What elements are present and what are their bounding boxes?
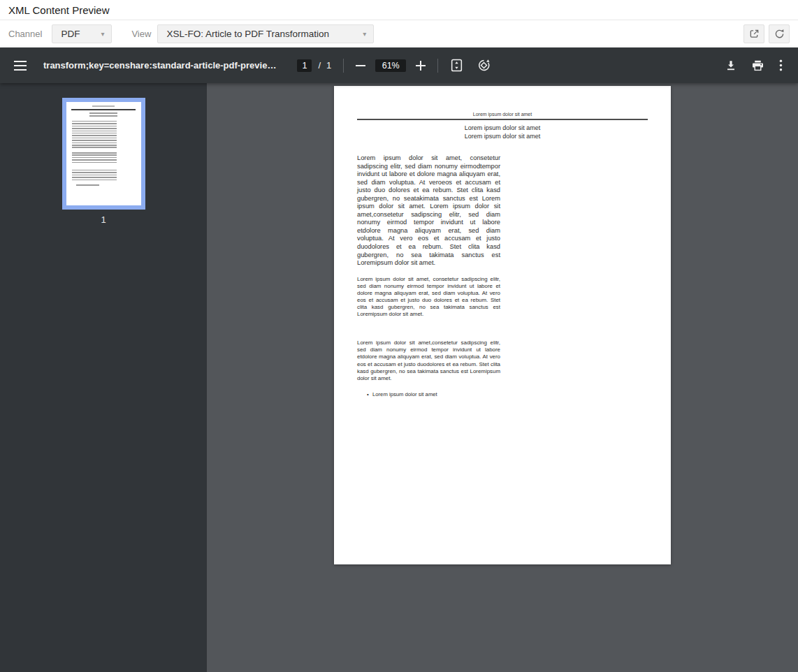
document-subtitle-line: Lorem ipsum dolor sit amet bbox=[334, 132, 671, 140]
refresh-icon bbox=[774, 29, 785, 39]
fit-to-page-icon bbox=[450, 59, 463, 72]
document-header-rule bbox=[357, 119, 648, 120]
document-subtitle-line: Lorem ipsum dolor sit amet bbox=[334, 124, 671, 132]
zoom-in-button[interactable] bbox=[413, 58, 428, 73]
page-thumbnail[interactable] bbox=[62, 98, 145, 210]
open-in-new-button[interactable] bbox=[743, 24, 764, 43]
thumbnail-rule-decoration bbox=[71, 109, 136, 110]
thumbnail-text-decoration bbox=[89, 115, 118, 117]
document-paragraph: Lorem ipsum dolor sit amet,consetetur sa… bbox=[357, 339, 500, 382]
download-button[interactable] bbox=[723, 57, 739, 74]
document-paragraph: Lorem ipsum dolor sit amet, consetetur s… bbox=[357, 154, 500, 268]
thumbnail-page-number: 1 bbox=[101, 214, 106, 225]
document-bullet-list: • Lorem ipsum dolor sit amet bbox=[357, 391, 500, 397]
bullet-text: Lorem ipsum dolor sit amet bbox=[372, 391, 437, 397]
document-text-column: Lorem ipsum dolor sit amet, consetetur s… bbox=[357, 154, 500, 397]
print-button[interactable] bbox=[749, 57, 767, 74]
thumbnail-text-decoration bbox=[72, 170, 117, 182]
document-bullet-item: • Lorem ipsum dolor sit amet bbox=[357, 391, 500, 397]
channel-bar: Channel PDF ▾ View XSL-FO: Article to PD… bbox=[0, 20, 798, 48]
page-title: XML Content Preview bbox=[8, 4, 110, 16]
view-select[interactable]: XSL-FO: Article to PDF Transformation ▾ bbox=[157, 24, 374, 43]
toolbar-separator bbox=[343, 59, 344, 73]
document-paragraph: Lorem ipsum dolor sit amet, consetetur s… bbox=[357, 276, 500, 319]
channel-select[interactable]: PDF ▾ bbox=[52, 24, 112, 43]
thumbnail-sidebar: 1 bbox=[0, 83, 207, 672]
total-pages: 1 bbox=[326, 60, 331, 71]
chevron-down-icon: ▾ bbox=[363, 30, 366, 38]
zoom-in-icon bbox=[416, 61, 426, 71]
zoom-level-input[interactable]: 61% bbox=[375, 59, 406, 72]
view-label: View bbox=[131, 29, 151, 39]
rotate-button[interactable] bbox=[474, 56, 493, 75]
pdf-page: Lorem ipsum dolor sit amet Lorem ipsum d… bbox=[334, 86, 671, 564]
current-page-input[interactable]: 1 bbox=[297, 59, 312, 72]
thumbnail-text-decoration bbox=[92, 105, 115, 107]
more-options-button[interactable] bbox=[776, 57, 785, 74]
toolbar-separator bbox=[437, 59, 438, 73]
zoom-out-icon bbox=[356, 61, 365, 71]
channel-label: Channel bbox=[8, 29, 42, 39]
page-controls: 1 / 1 61% bbox=[297, 56, 493, 75]
view-select-value: XSL-FO: Article to PDF Transformation bbox=[166, 29, 329, 39]
thumbnail-text-decoration bbox=[72, 152, 117, 164]
thumbnail-text-decoration bbox=[76, 184, 99, 186]
open-in-new-icon bbox=[749, 29, 760, 39]
document-subtitle-block: Lorem ipsum dolor sit amet Lorem ipsum d… bbox=[334, 124, 671, 140]
document-title: transform;key=censhare:standard-article-… bbox=[43, 60, 276, 71]
thumbnail-text-decoration bbox=[72, 121, 117, 148]
more-vert-icon bbox=[779, 59, 783, 71]
refresh-button[interactable] bbox=[769, 24, 790, 43]
document-running-header: Lorem ipsum dolor sit amet bbox=[334, 112, 671, 117]
menu-button[interactable] bbox=[11, 58, 29, 73]
toolbar-right-actions bbox=[723, 57, 787, 74]
channel-select-value: PDF bbox=[61, 29, 80, 39]
pdf-content-area: 1 Lorem ipsum dolor sit amet Lorem ipsum… bbox=[0, 83, 798, 672]
zoom-out-button[interactable] bbox=[353, 58, 368, 73]
window-titlebar: XML Content Preview bbox=[0, 0, 798, 20]
thumbnail-text-decoration bbox=[89, 112, 118, 114]
print-icon bbox=[752, 60, 764, 71]
pdf-viewer: Lorem ipsum dolor sit amet Lorem ipsum d… bbox=[207, 83, 798, 672]
rotate-icon bbox=[477, 59, 491, 72]
pdf-toolbar: transform;key=censhare:standard-article-… bbox=[0, 48, 798, 83]
bullet-marker: • bbox=[367, 391, 372, 397]
page-divider: / bbox=[318, 60, 321, 71]
fit-to-page-button[interactable] bbox=[447, 56, 466, 75]
download-icon bbox=[725, 60, 737, 71]
chevron-down-icon: ▾ bbox=[101, 30, 104, 38]
menu-icon bbox=[14, 61, 27, 71]
